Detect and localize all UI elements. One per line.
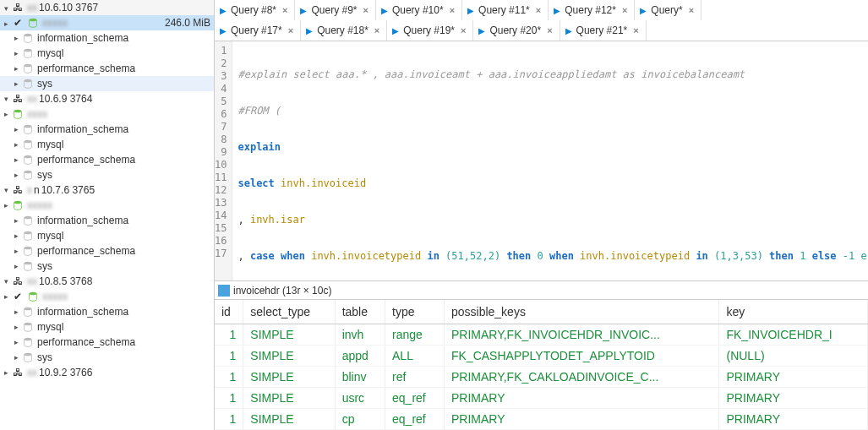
cell[interactable]: SIMPLE [243,388,335,409]
sidebar-item-performance-schema[interactable]: ▸performance_schema [0,61,214,76]
query-tab[interactable]: ▶Query #11*× [462,0,549,20]
query-tab[interactable]: ▶Query #20*× [473,20,560,41]
query-tab[interactable]: ▶Query #10*× [376,0,462,20]
sidebar-item-information-schema[interactable]: ▸information_schema [0,30,214,46]
sidebar-item[interactable]: ▸mysql [0,319,214,335]
table-row[interactable]: 1SIMPLEcpeq_refPRIMARYPRIMARY [215,409,868,430]
result-grid[interactable]: idselect_typetabletypepossible_keyskey 1… [215,300,868,430]
server-2-row[interactable]: ▾🖧xx10.6.9 3764 [0,91,214,106]
sidebar-item[interactable]: ▸mysql [0,137,214,152]
server-3-db[interactable]: ▸xxxxx [0,198,214,213]
cell[interactable]: PRIMARY [444,388,719,409]
cell[interactable]: SIMPLE [243,367,335,388]
cell[interactable]: ref [385,367,445,388]
cell[interactable]: usrc [335,388,385,409]
sidebar-item[interactable]: ▸sys [0,259,214,274]
close-icon[interactable]: × [534,5,543,15]
sidebar-item[interactable]: ▸information_schema [0,122,214,137]
db-icon [22,230,34,242]
cell[interactable]: PRIMARY [719,367,868,388]
cell[interactable]: SIMPLE [243,409,335,430]
sidebar-item[interactable]: ▸performance_schema [0,152,214,167]
cell[interactable]: 1 [215,324,243,346]
result-tab[interactable]: invoicehdr (13r × 10c) [215,281,868,300]
editor-code[interactable]: #explain select aaa.* , aaa.invoiceamt +… [232,41,868,280]
cell[interactable]: PRIMARY,FK_INVOICEHDR_INVOIC... [444,324,719,346]
table-row[interactable]: 1SIMPLEinvhrangePRIMARY,FK_INVOICEHDR_IN… [215,324,868,346]
close-icon[interactable]: × [373,25,381,35]
chevron-right-icon: ▸ [2,292,10,301]
cell[interactable]: ALL [385,346,445,367]
close-icon[interactable]: × [687,5,696,15]
cell[interactable]: PRIMARY [444,409,719,430]
cell[interactable]: PRIMARY [719,388,868,409]
server-1-row[interactable]: ▾🖧xx10.6.10 3767 [0,0,214,15]
db-icon [12,199,24,212]
cell[interactable]: (NULL) [719,346,868,367]
play-icon: ▶ [640,6,647,15]
query-tab[interactable]: ▶Query #8*× [215,0,295,20]
column-header[interactable]: possible_keys [444,300,719,324]
server-5-row[interactable]: ▸🖧xx10.9.2 3766 [0,365,214,380]
cell[interactable]: FK_INVOICEHDR_I [719,324,868,346]
cell[interactable]: eq_ref [385,409,445,430]
sidebar-item[interactable]: ▸mysql [0,228,214,243]
check-icon: ✔ [12,291,24,302]
cell[interactable]: PRIMARY,FK_CAKLOADINVOICE_C... [444,367,719,388]
table-row[interactable]: 1SIMPLEappdALLFK_CASHAPPLYTODET_APPLYTOI… [215,346,868,367]
sidebar-item[interactable]: ▸information_schema [0,213,214,228]
sidebar-item[interactable]: ▸sys [0,167,214,182]
server-2-db[interactable]: ▸xxxx [0,106,214,122]
cell[interactable]: eq_ref [385,388,445,409]
server-1-selected-db[interactable]: ▸✔xxxxx 246.0 MiB [0,15,214,30]
close-icon[interactable]: × [620,5,629,15]
query-tab[interactable]: ▶Query #9*× [295,0,375,20]
column-header[interactable]: id [215,300,243,324]
server-3-row[interactable]: ▾🖧xn 10.7.6 3765 [0,182,214,198]
close-icon[interactable]: × [459,25,467,35]
query-tab[interactable]: ▶Query #17*× [215,20,301,41]
column-header[interactable]: select_type [243,300,335,324]
sidebar-item[interactable]: ▸sys [0,350,214,365]
query-tab[interactable]: ▶Query #12*× [549,0,635,20]
sidebar-item[interactable]: ▸performance_schema [0,335,214,350]
query-tab[interactable]: ▶Query #19*× [387,20,473,41]
close-icon[interactable]: × [448,5,456,15]
sidebar-item-sys[interactable]: ▸sys [0,76,214,91]
cell[interactable]: 1 [215,388,243,409]
cell[interactable]: appd [335,346,385,367]
cell[interactable]: 1 [215,367,243,388]
server-4-db[interactable]: ▸✔xxxxx [0,289,214,304]
server-4-row[interactable]: ▾🖧xx10.8.5 3768 [0,274,214,289]
sidebar-item-mysql[interactable]: ▸mysql [0,46,214,61]
cell[interactable]: cp [335,409,385,430]
cell[interactable]: 1 [215,346,243,367]
table-row[interactable]: 1SIMPLEblinvrefPRIMARY,FK_CAKLOADINVOICE… [215,367,868,388]
sidebar-item[interactable]: ▸information_schema [0,304,214,319]
sql-editor[interactable]: 1234567891011121314151617 #explain selec… [215,41,868,281]
cell[interactable]: 1 [215,409,243,430]
cell[interactable]: blinv [335,367,385,388]
cell[interactable]: invh [335,324,385,346]
cell[interactable]: range [385,324,445,346]
sidebar-item[interactable]: ▸performance_schema [0,243,214,259]
cell[interactable]: PRIMARY [719,409,868,430]
close-icon[interactable]: × [281,5,289,15]
column-header[interactable]: key [719,300,868,324]
chevron-down-icon: ▾ [2,4,10,13]
cell[interactable]: SIMPLE [243,324,335,346]
column-header[interactable]: type [385,300,445,324]
close-icon[interactable]: × [545,25,554,35]
table-row[interactable]: 1SIMPLEusrceq_refPRIMARYPRIMARY [215,388,868,409]
close-icon[interactable]: × [287,25,295,35]
column-header[interactable]: table [335,300,385,324]
play-icon: ▶ [392,26,399,35]
query-tab[interactable]: ▶Query*× [635,0,701,20]
play-icon: ▶ [467,6,474,15]
close-icon[interactable]: × [362,5,370,15]
query-tab[interactable]: ▶Query #18*× [301,20,387,41]
cell[interactable]: SIMPLE [243,346,335,367]
cell[interactable]: FK_CASHAPPLYTODET_APPLYTOID [444,346,719,367]
close-icon[interactable]: × [631,25,640,35]
query-tab[interactable]: ▶Query #21*× [560,20,647,41]
